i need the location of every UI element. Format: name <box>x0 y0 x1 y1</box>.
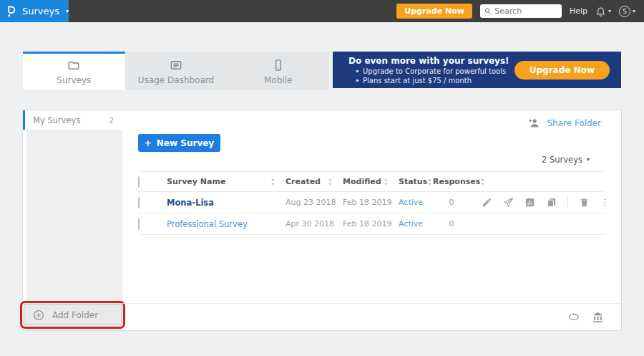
add-folder-label: Add Folder <box>52 310 98 320</box>
new-survey-label: New Survey <box>157 138 214 148</box>
select-all-checkbox[interactable] <box>138 176 140 188</box>
sort-icon[interactable] <box>427 178 432 186</box>
person-plus-icon <box>528 117 540 128</box>
created-date: Aug 23 2018 <box>286 198 343 207</box>
table-row: Mona-Lisa Aug 23 2018 Feb 18 2019 Active… <box>138 192 605 213</box>
chevron-down-icon: ▾ <box>633 9 635 14</box>
share-folder-button[interactable]: Share Folder <box>528 117 601 128</box>
report-chart-icon[interactable] <box>525 197 535 208</box>
search-icon <box>484 7 491 15</box>
column-header-modified[interactable]: Modified <box>343 177 399 186</box>
modified-date: Feb 18 2019 <box>343 198 399 207</box>
new-survey-button[interactable]: + New Survey <box>138 134 220 152</box>
edit-pencil-icon[interactable] <box>482 197 492 208</box>
copy-icon[interactable] <box>546 197 557 208</box>
row-checkbox[interactable] <box>138 197 140 208</box>
surveys-table: Survey Name Created Modified Status Resp… <box>138 171 605 235</box>
status-link[interactable]: Active <box>399 198 433 207</box>
plus-icon: + <box>145 138 152 148</box>
chevron-down-icon: ▾ <box>608 9 611 14</box>
tab-label: Usage Dashboard <box>138 75 214 85</box>
sort-icon[interactable] <box>384 178 389 186</box>
search-box[interactable] <box>480 4 562 18</box>
send-plane-icon[interactable] <box>503 197 514 208</box>
promo-banner-text: Do even more with your surveys! Upgrade … <box>348 56 509 85</box>
promo-banner-title: Do even more with your surveys! <box>348 56 509 66</box>
dashboard-icon <box>170 59 182 72</box>
product-menu[interactable]: Surveys ▾ <box>0 0 69 22</box>
topbar: Surveys ▾ Upgrade Now Help ▾ S ▾ <box>0 0 644 22</box>
more-options-icon[interactable]: ⋮ <box>600 198 610 207</box>
folder-count-badge: 2 <box>109 116 114 125</box>
tabstrip: Surveys Usage Dashboard Mobile <box>23 52 329 90</box>
banner-upgrade-button[interactable]: Upgrade Now <box>514 61 610 80</box>
avatar: S <box>619 6 630 17</box>
folder-label: My Surveys <box>33 115 80 125</box>
column-header-status[interactable]: Status <box>399 177 433 186</box>
add-folder-button[interactable]: Add Folder <box>24 304 122 325</box>
plus-circle-icon <box>33 309 44 321</box>
tab-label: Mobile <box>264 75 292 85</box>
annotation-highlight: Add Folder <box>20 301 125 329</box>
folders-sidebar: My Surveys 2 Add Folder <box>23 110 122 330</box>
mobile-icon <box>272 59 285 72</box>
status-link[interactable]: Active <box>399 219 433 228</box>
tab-usage-dashboard[interactable]: Usage Dashboard <box>125 52 228 90</box>
tab-label: Surveys <box>57 75 91 85</box>
search-input[interactable] <box>494 6 557 16</box>
column-header-responses[interactable]: Responses <box>433 177 482 186</box>
row-actions: ⋮ <box>482 197 611 208</box>
survey-count-dropdown[interactable]: 2 Surveys ▾ <box>542 155 590 165</box>
created-date: Apr 30 2018 <box>286 219 343 228</box>
topbar-right: Upgrade Now Help ▾ S ▾ <box>396 4 644 19</box>
sort-icon[interactable] <box>270 178 275 186</box>
sort-icon[interactable] <box>480 178 485 186</box>
row-checkbox[interactable] <box>138 218 140 230</box>
tab-mobile[interactable]: Mobile <box>227 52 329 90</box>
header-checkbox-cell <box>138 177 167 187</box>
sort-icon[interactable] <box>328 178 333 186</box>
delete-trash-icon[interactable] <box>579 197 590 208</box>
responses-count: 0 <box>433 198 470 207</box>
table-row: Professional Survey Apr 30 2018 Feb 18 2… <box>138 213 605 235</box>
footer-icons <box>567 312 604 323</box>
survey-name-link[interactable]: Professional Survey <box>167 219 286 229</box>
table-header-row: Survey Name Created Modified Status Resp… <box>138 171 605 192</box>
surveys-page: { "topbar": { "logo_letter": "P", "produ… <box>0 0 644 356</box>
footer-divider <box>122 303 621 304</box>
survey-bank-icon[interactable] <box>592 312 604 323</box>
product-menu-label: Surveys <box>22 6 59 16</box>
sidebar-item-my-surveys[interactable]: My Surveys 2 <box>23 110 122 130</box>
survey-count-label: 2 Surveys <box>542 155 582 165</box>
promo-banner: Do even more with your surveys! Upgrade … <box>333 52 621 88</box>
chevron-down-icon: ▾ <box>587 157 590 163</box>
survey-list-main: Share Folder + New Survey 2 Surveys ▾ Su… <box>122 110 621 330</box>
chevron-down-icon: ▾ <box>66 9 69 14</box>
folder-list-area <box>26 130 122 330</box>
survey-name-link[interactable]: Mona-Lisa <box>167 198 286 208</box>
column-header-created[interactable]: Created <box>286 177 343 186</box>
account-menu[interactable]: S ▾ <box>619 6 635 17</box>
promo-banner-bullet: Upgrade to Corporate for powerful tools <box>348 67 509 75</box>
share-folder-label: Share Folder <box>547 118 601 128</box>
tab-surveys[interactable]: Surveys <box>23 52 125 90</box>
restore-loop-icon[interactable] <box>567 312 580 323</box>
notifications-menu[interactable]: ▾ <box>595 6 611 16</box>
surveys-panel: My Surveys 2 Add Folder Share Folder + <box>22 110 622 331</box>
folder-icon <box>67 59 80 72</box>
promo-banner-bullet: Plans start at just $75 / month <box>348 77 509 85</box>
bell-icon <box>595 6 606 16</box>
actions-divider <box>567 197 568 208</box>
responses-count: 0 <box>433 219 470 228</box>
upgrade-now-button[interactable]: Upgrade Now <box>396 4 472 19</box>
column-header-survey-name[interactable]: Survey Name <box>167 177 286 186</box>
modified-date: Feb 18 2019 <box>343 219 399 228</box>
help-link[interactable]: Help <box>570 6 587 16</box>
app-logo-icon <box>6 4 16 19</box>
